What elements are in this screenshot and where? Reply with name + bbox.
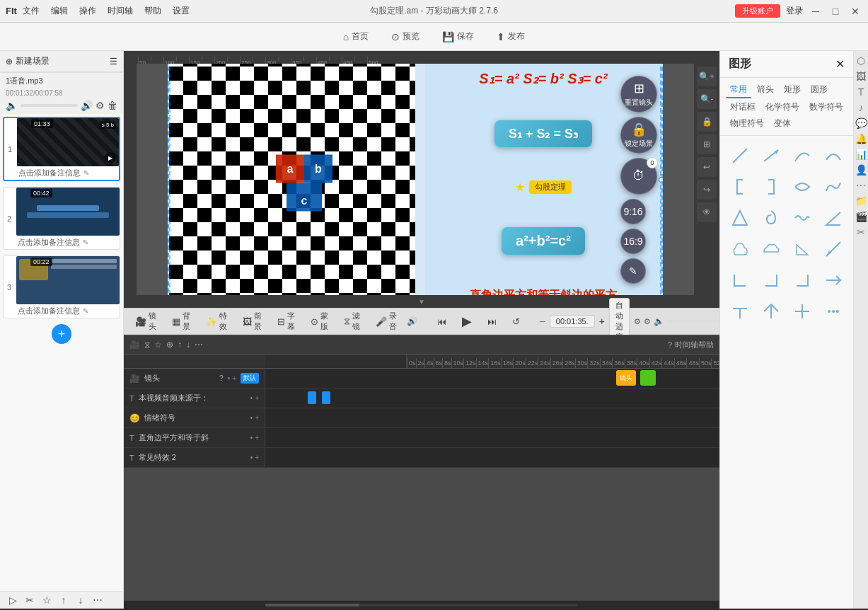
track-ctrl-dot[interactable]: • [228, 374, 231, 382]
foreground-pb-button[interactable]: 🖼 前景 [237, 309, 267, 334]
shape-wave[interactable] [819, 173, 847, 201]
audio-settings-icon[interactable]: ⚙ [96, 100, 105, 111]
timeline-scroll-thumb[interactable] [265, 604, 359, 606]
tl-down-icon[interactable]: ↓ [186, 340, 190, 350]
bt-up-icon[interactable]: ↑ [57, 594, 71, 606]
slide[interactable]: 📷 勾股定理的应用 AM a [168, 64, 663, 295]
bt-more-icon[interactable]: ⋯ [91, 594, 105, 606]
shape-line-diagonal[interactable] [726, 142, 754, 170]
edit-button[interactable]: ✎ [620, 258, 646, 284]
cat-physics[interactable]: 物理符号 [726, 116, 768, 131]
track-ctrl-dot2[interactable]: • [250, 394, 253, 402]
shape-t-shape[interactable] [726, 297, 754, 326]
shape-cloud[interactable] [726, 235, 754, 263]
track-content-effects[interactable] [265, 448, 719, 467]
add-scene-button[interactable]: + [52, 324, 71, 344]
more-panel-icon[interactable]: ⋯ [856, 180, 866, 191]
mask-pb-button[interactable]: ⊙ 蒙版 [305, 309, 334, 334]
audio-vol-down-icon[interactable]: 🔈 [6, 100, 18, 111]
save-button[interactable]: 💾 保存 [434, 28, 482, 45]
track-content-emotion[interactable] [265, 408, 719, 427]
shape-diagonal-arrow[interactable] [819, 235, 847, 263]
bt-cut-icon[interactable]: ✂ [23, 594, 37, 606]
cat-circle[interactable]: 圆形 [806, 82, 832, 98]
tl-more-icon[interactable]: ⋯ [195, 340, 203, 350]
scene-item[interactable]: 2 00:42 点击添加备注信息 ✎ [3, 187, 120, 250]
loop-button[interactable]: ↺ [507, 314, 526, 329]
track-ctrl-dot3[interactable]: • [250, 414, 253, 422]
shape-curve[interactable] [788, 142, 816, 170]
shape-arrow-down[interactable] [819, 266, 847, 294]
scene-item[interactable]: 3 00:22 点击添加备注信息 ✎ [3, 255, 120, 318]
home-button[interactable]: ⌂ 首页 [335, 28, 377, 45]
new-scene-button[interactable]: ⊕ 新建场景 [6, 55, 50, 67]
shape-angle[interactable] [819, 204, 847, 232]
resize-handle-right[interactable] [659, 177, 663, 183]
rotate-button[interactable]: ⏱ 0 [620, 158, 657, 195]
cat-bubble[interactable]: 对话框 [726, 100, 760, 115]
redo-button[interactable]: ↪ [697, 180, 717, 200]
shape-swirl[interactable] [757, 204, 785, 232]
scissors-panel-icon[interactable]: ✂ [857, 226, 865, 238]
track-ctrl-plus[interactable]: + [232, 374, 236, 382]
audio-delete-icon[interactable]: 🗑 [108, 100, 117, 111]
record-pb-button[interactable]: 🎤 录音 [370, 309, 403, 334]
background-pb-button[interactable]: ▦ 背景 [166, 309, 196, 334]
shape-right-angle2[interactable] [757, 266, 785, 294]
speed-icon[interactable]: ⚙ [634, 317, 641, 326]
track-ctrl-plus3[interactable]: + [255, 414, 259, 422]
person-panel-icon[interactable]: 👤 [855, 164, 867, 175]
login-button[interactable]: 登录 [786, 5, 803, 17]
tl-up-icon[interactable]: ↑ [178, 340, 182, 350]
image-panel-icon[interactable]: 🖼 [856, 71, 866, 82]
shape-wavy-line[interactable] [788, 204, 816, 232]
tl-filter-icon[interactable]: ⧖ [144, 340, 150, 350]
shape-right-angle3[interactable] [788, 266, 816, 294]
time-plus[interactable]: + [599, 316, 605, 327]
master-volume-slider[interactable] [667, 320, 719, 323]
cat-rect[interactable]: 矩形 [780, 82, 805, 98]
audio-panel-icon[interactable]: ♪ [859, 102, 864, 113]
chat-panel-icon[interactable]: 💬 [855, 117, 867, 129]
subtitle-pb-button[interactable]: ⊟ 字幕 [272, 309, 301, 334]
shape-cloud2[interactable] [757, 235, 785, 263]
minimize-button[interactable]: ─ [809, 6, 823, 17]
effects-pb-button[interactable]: ✨ 特效 [200, 309, 233, 334]
cat-arrow[interactable]: 箭头 [753, 82, 778, 98]
shape-bracket-right[interactable] [757, 173, 785, 201]
video-panel-icon[interactable]: 🎬 [855, 211, 867, 222]
menu-help[interactable]: 帮助 [144, 5, 161, 17]
flip-button[interactable]: 16:9 [620, 229, 646, 254]
shape-triangle[interactable] [726, 204, 754, 232]
menu-file[interactable]: 文件 [23, 5, 40, 17]
loop-forward-button[interactable]: ⏭ [482, 314, 502, 329]
preview-button[interactable]: ⊙ 预览 [383, 28, 428, 45]
tl-sort-icon[interactable]: ⊕ [166, 340, 173, 350]
shape-arrow-right[interactable] [757, 142, 785, 170]
loop-back-button[interactable]: ⏮ [432, 314, 452, 329]
scene-item[interactable]: 1 01:33 s·5·b ▶ 点击添加备注信息 ✎ [3, 117, 120, 181]
track-ctrl-plus5[interactable]: + [255, 454, 259, 461]
aspect-ratio-button[interactable]: 9:16 [620, 199, 646, 224]
track-content-audio[interactable] [265, 389, 719, 408]
scroll-down-indicator[interactable]: ▼ [124, 295, 719, 308]
menu-operate[interactable]: 操作 [79, 5, 96, 17]
cat-chem[interactable]: 化学符号 [761, 100, 804, 115]
shape-curve2[interactable] [788, 173, 816, 201]
bt-play-icon[interactable]: ▷ [6, 594, 20, 606]
bt-down-icon[interactable]: ↓ [74, 594, 88, 606]
volume-slider[interactable] [21, 104, 78, 107]
menu-edit[interactable]: 编辑 [51, 5, 68, 17]
timeline-scrollbar[interactable] [124, 600, 719, 609]
lens-pb-button[interactable]: 🎥 镜头 [129, 309, 162, 334]
notification-panel-icon[interactable]: 🔔 [855, 133, 867, 144]
chart-panel-icon[interactable]: 📊 [855, 149, 867, 160]
vol-left-icon[interactable]: 🔈 [654, 316, 664, 326]
shape-dots[interactable] [819, 297, 847, 326]
help-track-icon[interactable]: ? [219, 374, 224, 382]
shape-bracket-left[interactable] [726, 173, 754, 201]
upgrade-button[interactable]: 升级账户 [735, 4, 780, 18]
cat-common[interactable]: 常用 [726, 82, 751, 98]
undo-button[interactable]: ↩ [697, 157, 717, 177]
text-panel-icon[interactable]: T [858, 86, 864, 98]
